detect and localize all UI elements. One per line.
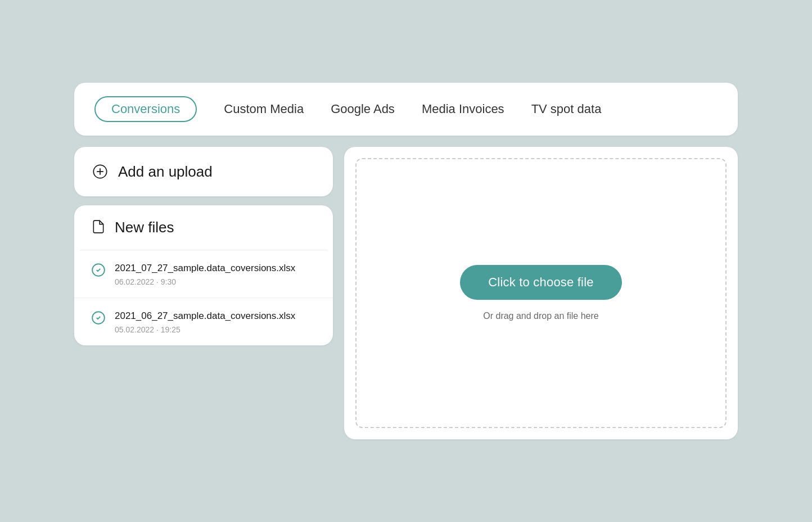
file-item-2[interactable]: 2021_06_27_sample.data_coversions.xlsx 0…: [74, 298, 333, 345]
tab-google-ads[interactable]: Google Ads: [331, 97, 395, 121]
add-upload-card[interactable]: Add an upload: [74, 147, 333, 196]
tab-tv-spot-data[interactable]: TV spot data: [531, 97, 602, 121]
file-name-2: 2021_06_27_sample.data_coversions.xlsx: [115, 309, 295, 323]
tab-media-invoices[interactable]: Media Invoices: [422, 97, 504, 121]
new-files-icon: [91, 219, 106, 236]
choose-file-button[interactable]: Click to choose file: [460, 265, 621, 300]
file-info-1: 2021_07_27_sample.data_coversions.xlsx 0…: [115, 262, 295, 286]
file-info-2: 2021_06_27_sample.data_coversions.xlsx 0…: [115, 309, 295, 334]
new-files-label: New files: [115, 219, 174, 236]
tab-bar: Conversions Custom Media Google Ads Medi…: [74, 83, 738, 136]
add-upload-icon: [91, 163, 109, 181]
left-panel: Add an upload New files: [74, 147, 333, 345]
new-files-header: New files: [74, 205, 333, 250]
new-files-card: New files 2021_07_27_sample.data_coversi…: [74, 205, 333, 345]
right-panel: Click to choose file Or drag and drop an…: [344, 147, 738, 439]
file-item-1[interactable]: 2021_07_27_sample.data_coversions.xlsx 0…: [74, 250, 333, 298]
file-name-1: 2021_07_27_sample.data_coversions.xlsx: [115, 262, 295, 275]
file-date-2: 05.02.2022 · 19:25: [115, 325, 295, 334]
check-icon-2: [91, 310, 106, 325]
drop-zone[interactable]: Click to choose file Or drag and drop an…: [355, 158, 727, 428]
file-date-1: 06.02.2022 · 9:30: [115, 277, 295, 286]
tab-conversions[interactable]: Conversions: [94, 96, 197, 122]
main-container: Conversions Custom Media Google Ads Medi…: [74, 83, 738, 439]
add-upload-label: Add an upload: [118, 163, 213, 181]
content-row: Add an upload New files: [74, 147, 738, 439]
tab-custom-media[interactable]: Custom Media: [224, 97, 304, 121]
check-icon-1: [91, 263, 106, 277]
drag-drop-text: Or drag and drop an file here: [483, 311, 598, 321]
